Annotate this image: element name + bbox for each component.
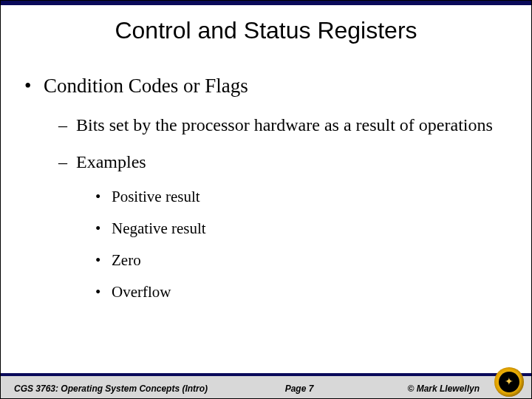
bullet-level3: • Overflow: [95, 283, 508, 301]
bullet-level3: • Zero: [95, 251, 508, 270]
bullet-text: Positive result: [112, 188, 200, 206]
bullet-dash-icon: –: [58, 151, 76, 173]
slide: Control and Status Registers • Condition…: [0, 0, 532, 399]
top-accent-bar: [1, 1, 531, 5]
logo-inner: ✦: [499, 372, 519, 392]
logo-outer: ✦: [494, 367, 524, 397]
bullet-dot-icon: •: [95, 283, 112, 301]
bullet-text: Negative result: [112, 219, 206, 238]
bullet-dot-icon: •: [95, 251, 112, 270]
slide-content: • Condition Codes or Flags – Bits set by…: [24, 75, 508, 315]
bullet-dot-icon: •: [95, 219, 112, 238]
bullet-level2: – Bits set by the processor hardware as …: [58, 114, 508, 136]
bullet-level3: • Negative result: [95, 219, 508, 238]
bullet-level2: – Examples: [58, 151, 508, 173]
slide-title: Control and Status Registers: [1, 17, 531, 44]
ucf-logo-icon: ✦: [494, 367, 524, 397]
footer-author: © Mark Llewellyn: [407, 383, 480, 394]
bullet-dot-icon: •: [95, 188, 112, 206]
bullet-text: Examples: [76, 151, 146, 173]
bullet-level1: • Condition Codes or Flags: [24, 75, 508, 98]
bullet-text: Overflow: [112, 283, 171, 301]
bullet-text: Bits set by the processor hardware as a …: [76, 114, 493, 136]
bullet-dot-icon: •: [24, 75, 44, 98]
bullet-level3: • Positive result: [95, 188, 508, 206]
bullet-dash-icon: –: [58, 114, 76, 136]
pegasus-icon: ✦: [505, 377, 514, 387]
bullet-text: Condition Codes or Flags: [44, 75, 248, 98]
footer-page-label: Page 7: [285, 383, 314, 394]
bullet-text: Zero: [112, 251, 141, 270]
slide-footer: CGS 3763: Operating System Concepts (Int…: [1, 370, 531, 398]
